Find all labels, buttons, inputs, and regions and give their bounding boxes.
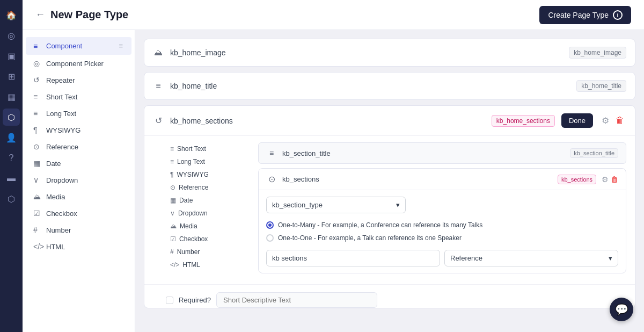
field-list-wysiwyg[interactable]: ¶ WYSIWYG (166, 168, 252, 181)
component-picker-icon: ◎ (33, 59, 42, 68)
sidebar-item-wysiwyg[interactable]: ¶ WYSIWYG (26, 122, 131, 138)
back-button[interactable]: ← (35, 9, 45, 20)
sidebar-label-reference: Reference (46, 143, 78, 151)
sidebar-item-component-picker[interactable]: ◎ Component Picker (26, 55, 131, 71)
field-list-short-text[interactable]: ≡ Short Text (166, 142, 252, 155)
nav-rail: 🏠 ◎ ▣ ⊞ ▦ ⬡ 👤 ? ▬ ⬡ (0, 0, 23, 332)
field-list-reference[interactable]: ⊙ Reference (166, 181, 252, 194)
section-actions: ⚙ 🗑 (599, 113, 626, 128)
nav-icon-grid[interactable]: ⊞ (3, 68, 20, 85)
ref-actions: ⚙ 🗑 (602, 175, 618, 184)
inner-title-icon: ≡ (266, 149, 277, 157)
field-list-media[interactable]: ⛰ Media (166, 220, 252, 233)
sidebar-item-long-text[interactable]: ≡ Long Text (26, 105, 131, 121)
sidebar-item-checkbox[interactable]: ☑ Checkbox (26, 205, 131, 221)
sidebar: ≡ Component ≡ ◎ Component Picker ↺ Repea… (23, 30, 135, 332)
sidebar-label-date: Date (46, 160, 61, 168)
field-list-date[interactable]: ▦ Date (166, 194, 252, 207)
ref-select-dropdown[interactable]: Reference ▾ (444, 250, 618, 266)
radio-one-to-one[interactable]: One-to-One - For example, a Talk can ref… (266, 232, 618, 244)
repeater-icon: ↺ (33, 76, 42, 84)
field-name-input-image[interactable]: kb_home_image (170, 48, 562, 57)
select-label: kb_section_type (272, 201, 323, 209)
info-icon: i (613, 10, 623, 20)
nav-icon-users[interactable]: 👤 (3, 129, 20, 146)
checkbox-icon: ☑ (33, 209, 42, 218)
kb-section-type-select[interactable]: kb_section_type ▾ (266, 197, 406, 213)
radio-dot-one-to-one (266, 234, 274, 242)
date-icon: ▦ (33, 159, 42, 168)
sidebar-item-number[interactable]: # Number (26, 222, 131, 238)
sidebar-item-reference[interactable]: ⊙ Reference (26, 139, 131, 155)
field-list-number[interactable]: # Number (166, 246, 252, 258)
section-header: ↺ kb_home_sections Done ⚙ 🗑 (144, 106, 635, 136)
wysiwyg-icon: ¶ (33, 126, 42, 134)
field-list-checkbox[interactable]: ☑ Checkbox (166, 233, 252, 246)
field-card-image: ⛰ kb_home_image kb_home_image (144, 39, 635, 67)
section-tag: kb_home_sections (492, 115, 555, 127)
field-list-dropdown[interactable]: ∨ Dropdown (166, 207, 252, 220)
nav-icon-table[interactable]: ▦ (3, 88, 20, 105)
done-button[interactable]: Done (561, 113, 593, 128)
required-label: Required? (179, 296, 211, 304)
sidebar-label-media: Media (46, 193, 65, 201)
sidebar-label-html: HTML (46, 243, 65, 251)
field-list-long-text[interactable]: ≡ Long Text (166, 155, 252, 168)
gear-icon[interactable]: ⚙ (599, 113, 611, 128)
header: ← New Page Type Create Page Type i (23, 0, 644, 30)
field-list-html[interactable]: </> HTML (166, 258, 252, 271)
radio-dot-one-to-many (266, 221, 274, 229)
image-field-icon: ⛰ (153, 48, 164, 57)
required-checkbox[interactable] (166, 297, 173, 304)
sidebar-label-dropdown: Dropdown (46, 176, 78, 184)
sidebar-item-media[interactable]: ⛰ Media (26, 189, 131, 205)
sidebar-extra-btn[interactable]: ≡ (118, 41, 124, 51)
sidebar-item-dropdown[interactable]: ∨ Dropdown (26, 172, 131, 188)
inner-cards: ≡ kb_section_title ⊙ kb_sections (258, 142, 626, 278)
sidebar-item-component[interactable]: ≡ Component ≡ (26, 37, 131, 55)
ref-select-label: Reference (450, 254, 482, 262)
field-tag-title: kb_home_title (576, 80, 626, 92)
radio-one-to-many[interactable]: One-to-Many - For example, a Conference … (266, 219, 618, 232)
sidebar-item-repeater[interactable]: ↺ Repeater (26, 72, 131, 88)
nav-icon-home[interactable]: 🏠 (3, 6, 20, 24)
dropdown-icon: ∨ (33, 176, 42, 184)
create-page-type-button[interactable]: Create Page Type i (539, 6, 631, 24)
nav-icon-settings[interactable]: ▬ (3, 170, 20, 187)
radio-group: One-to-Many - For example, a Conference … (266, 219, 618, 244)
nav-icon-layers[interactable]: ⬡ (3, 190, 20, 207)
media-list-icon: ⛰ (170, 222, 177, 230)
page-title: New Page Type (50, 9, 128, 21)
chat-button[interactable]: 💬 (610, 298, 633, 321)
ref-trash-icon[interactable]: 🗑 (611, 175, 618, 184)
ref-card-icon: ⊙ (266, 174, 277, 184)
section-expanded: ↺ kb_home_sections Done ⚙ 🗑 (144, 105, 635, 308)
inner-field-name-title[interactable] (282, 149, 565, 157)
section-name-input[interactable] (170, 117, 485, 125)
ref-input-field[interactable]: kb sections (266, 250, 440, 266)
sidebar-label-short-text: Short Text (46, 93, 77, 101)
chevron-down-icon: ▾ (396, 201, 400, 209)
nav-icon-puzzle[interactable]: ⬡ (3, 109, 20, 126)
nav-icon-activity[interactable]: ◎ (3, 27, 20, 44)
long-text-list-icon: ≡ (170, 158, 174, 165)
create-button-label: Create Page Type (548, 11, 609, 19)
sidebar-item-html[interactable]: </> HTML (26, 239, 131, 255)
nav-icon-docs[interactable]: ▣ (3, 47, 20, 64)
descriptive-text-input[interactable] (216, 292, 377, 308)
sidebar-label-number: Number (46, 226, 71, 234)
field-name-input-title[interactable] (170, 82, 570, 90)
radio-label-one-to-many: One-to-Many - For example, a Conference … (278, 221, 482, 229)
sidebar-item-short-text[interactable]: ≡ Short Text (26, 89, 131, 105)
field-tag-image: kb_home_image (569, 47, 626, 59)
sidebar-item-date[interactable]: ▦ Date (26, 155, 131, 171)
short-text-list-icon: ≡ (170, 145, 174, 153)
ref-gear-icon[interactable]: ⚙ (602, 175, 609, 184)
sidebar-label-checkbox: Checkbox (46, 210, 77, 218)
trash-icon[interactable]: 🗑 (613, 113, 626, 128)
date-list-icon: ▦ (170, 197, 176, 204)
ref-name-input[interactable] (282, 175, 552, 183)
nav-icon-help[interactable]: ? (3, 149, 20, 167)
inner-section: ≡ Short Text ≡ Long Text ¶ WYSIWYG (144, 136, 635, 284)
sidebar-label-wysiwyg: WYSIWYG (46, 126, 80, 134)
